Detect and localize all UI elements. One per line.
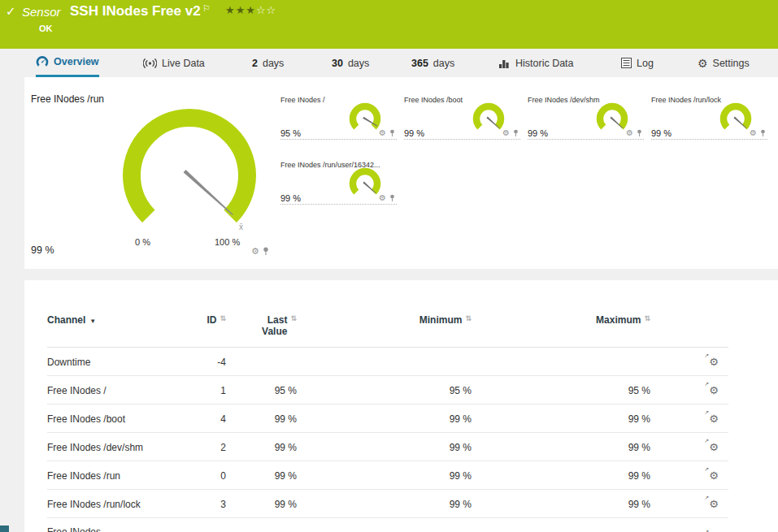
channel-name[interactable]: Free INodes /dev/shm [47, 433, 161, 461]
gauge-settings-gear-icon[interactable]: ⚙ [379, 129, 386, 137]
tab-log[interactable]: Log [621, 49, 654, 77]
channel-minimum: 99 % [297, 433, 472, 461]
primary-gauge-needle [184, 170, 234, 216]
channel-last-value: 99 % [226, 490, 297, 518]
gauge-min-label: 0 % [135, 237, 150, 247]
channel-last-value: 99 % [226, 461, 297, 490]
small-gauge-tile: Free INodes /run/lock 99 % ⚙ [651, 96, 767, 140]
channel-maximum: 99 % [472, 404, 650, 433]
channel-minimum: 99 % [297, 461, 472, 490]
footer-corner [0, 526, 9, 532]
channel-minimum: 99 % [297, 518, 472, 532]
gauge-pin-icon[interactable] [760, 129, 766, 137]
tab-30-days[interactable]: 30 days [332, 49, 369, 77]
table-row[interactable]: Free INodes / 1 95 % 95 % 95 % ↗⚙ [47, 376, 728, 404]
tab-overview[interactable]: Overview [36, 49, 99, 77]
gauge-settings-gear-icon[interactable]: ⚙ [251, 247, 259, 256]
tab-overview-label: Overview [54, 56, 99, 67]
channel-id: -4 [161, 348, 226, 376]
gauge-pin-icon[interactable] [389, 129, 395, 137]
channel-last-value: 95 % [226, 376, 297, 404]
col-header-channel[interactable]: Channel▼ [47, 309, 161, 348]
primary-gauge-title: Free INodes /run [31, 93, 104, 105]
channel-settings-icon[interactable]: ↗⚙ [709, 441, 719, 453]
channel-settings-icon[interactable]: ↗⚙ [709, 384, 719, 396]
channel-name[interactable]: Free INodes / [47, 376, 161, 404]
channel-minimum: 99 % [297, 404, 472, 433]
gauge-pin-icon[interactable] [513, 129, 519, 137]
table-row[interactable]: Free INodes /run 0 99 % 99 % 99 % ↗⚙ [47, 461, 728, 490]
table-row[interactable]: Free INodes /run/lock 3 99 % 99 % 99 % ↗… [47, 490, 728, 518]
tab-live-data[interactable]: Live Data [143, 49, 205, 77]
channel-maximum: 99 % [472, 461, 650, 490]
channel-maximum: 99 % [472, 518, 650, 532]
sensor-status-badge: OK [39, 24, 53, 33]
tab-365-days[interactable]: 365 days [411, 49, 454, 77]
channel-settings-icon[interactable]: ↗⚙ [709, 469, 719, 482]
channel-name[interactable]: Free INodes /run/lock [47, 490, 161, 518]
gauge-pin-icon[interactable] [637, 129, 642, 137]
channel-table-panel: Channel▼ ID⇅ Last Value⇅ Minimum⇅ Maximu… [24, 280, 778, 532]
small-gauge-tile: Free INodes /run/user/16342... 99 % ⚙ [280, 161, 397, 205]
channel-settings-icon[interactable]: ↗⚙ [709, 498, 719, 510]
channel-name[interactable]: Free INodes /run [47, 461, 161, 490]
small-gauge-tile: Free INodes /dev/shm 99 % ⚙ [528, 96, 644, 140]
table-row[interactable]: Free INodes /run/user/16... 5 99 % 99 % … [47, 518, 728, 532]
channel-settings-icon[interactable]: ↗⚙ [709, 413, 719, 425]
tab-log-label: Log [637, 58, 654, 69]
col-header-last-value[interactable]: Last Value⇅ [226, 309, 297, 348]
gauge-settings-gear-icon[interactable]: ⚙ [750, 129, 757, 137]
tab-2-days[interactable]: 2 days [252, 49, 284, 77]
average-marker: x̄ [239, 223, 243, 231]
small-gauge-value: 95 % [280, 128, 301, 138]
gauge-settings-gear-icon[interactable]: ⚙ [502, 129, 510, 137]
small-gauge-tile: Free INodes /boot 99 % ⚙ [404, 96, 520, 140]
channel-id: 2 [161, 433, 226, 461]
channel-name[interactable]: Free INodes /run/user/16... [47, 518, 161, 532]
tab-settings[interactable]: ⚙ Settings [698, 49, 750, 77]
sort-icon: ⇅ [644, 314, 650, 322]
channel-settings-icon[interactable]: ↗⚙ [709, 356, 719, 368]
channel-name[interactable]: Free INodes /boot [47, 404, 161, 433]
tab-historic-data[interactable]: Historic Data [498, 49, 574, 77]
tab-settings-label: Settings [713, 58, 750, 69]
channel-id: 0 [161, 461, 226, 490]
gauge-pin-icon[interactable] [263, 247, 269, 256]
channel-maximum [472, 348, 650, 376]
gauge-settings-gear-icon[interactable]: ⚙ [626, 129, 633, 137]
channel-minimum [297, 348, 472, 376]
overview-gauge-icon [36, 56, 49, 67]
sensor-title[interactable]: SSH INodes Free v2 [70, 3, 201, 19]
table-row[interactable]: Free INodes /boot 4 99 % 99 % 99 % ↗⚙ [47, 404, 728, 433]
tab-365-days-label: days [433, 58, 454, 69]
channel-id: 1 [161, 376, 226, 404]
flag-icon[interactable]: ⚐ [202, 3, 211, 14]
small-gauge-value: 99 % [528, 128, 548, 138]
col-header-id[interactable]: ID⇅ [161, 309, 226, 348]
sort-desc-icon: ▼ [89, 318, 96, 325]
table-row[interactable]: Downtime -4 ↗⚙ [47, 348, 728, 376]
gauges-panel: Free INodes /run x̄ 0 % 100 % 99 % ⚙ Fre… [24, 77, 778, 269]
table-header-row: Channel▼ ID⇅ Last Value⇅ Minimum⇅ Maximu… [47, 309, 728, 348]
sensor-header: ✓ Sensor SSH INodes Free v2 ⚐ ★★★☆☆ OK [0, 0, 778, 49]
col-header-minimum[interactable]: Minimum⇅ [297, 309, 472, 348]
tab-30-days-number: 30 [332, 58, 343, 69]
tab-2-days-label: days [263, 58, 284, 69]
tab-historic-data-label: Historic Data [515, 58, 574, 69]
tab-30-days-label: days [348, 58, 369, 69]
table-row[interactable]: Free INodes /dev/shm 2 99 % 99 % 99 % ↗⚙ [47, 433, 728, 461]
tab-2-days-number: 2 [252, 58, 258, 69]
channel-maximum: 99 % [472, 433, 650, 461]
col-header-maximum[interactable]: Maximum⇅ [472, 309, 650, 348]
channel-name[interactable]: Downtime [47, 348, 161, 376]
tab-live-data-label: Live Data [162, 58, 205, 69]
historic-data-chart-icon [498, 58, 511, 68]
channel-maximum: 99 % [472, 490, 650, 518]
channel-table: Channel▼ ID⇅ Last Value⇅ Minimum⇅ Maximu… [47, 309, 728, 532]
gauge-pin-icon[interactable] [389, 194, 395, 202]
primary-gauge: x̄ [112, 98, 267, 235]
star-rating[interactable]: ★★★☆☆ [225, 4, 276, 16]
gauge-settings-gear-icon[interactable]: ⚙ [379, 194, 386, 202]
channel-last-value: 99 % [226, 404, 297, 433]
channel-id: 5 [161, 518, 226, 532]
